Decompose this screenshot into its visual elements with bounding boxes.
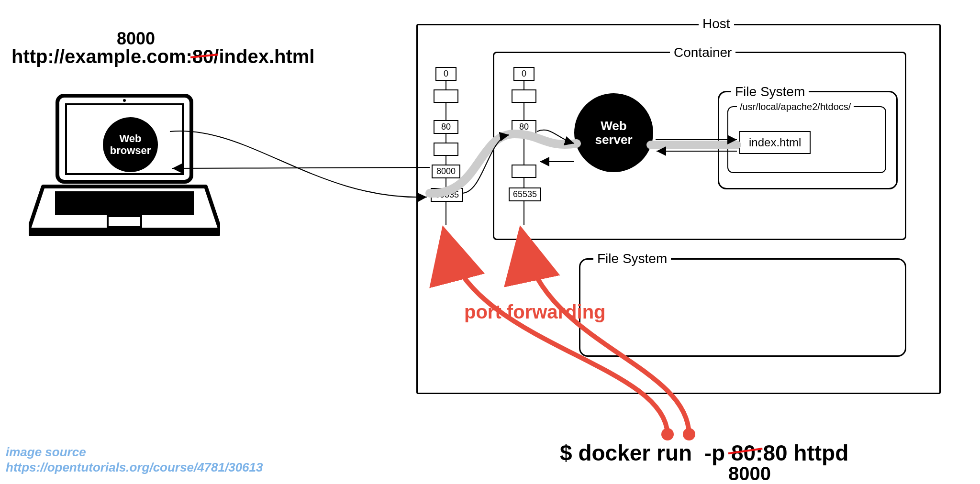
svg-point-7	[661, 428, 674, 440]
svg-rect-4	[29, 229, 220, 236]
host-port-0: 0	[435, 67, 457, 81]
svg-point-2	[123, 99, 126, 102]
web-browser-circle: Web browser	[103, 117, 158, 172]
port-forwarding-label: port forwarding	[464, 301, 606, 323]
url-line: 8000 http://example.com:80/index.html	[11, 29, 314, 67]
container-label: Container	[670, 45, 735, 60]
container-fs-label: File System	[731, 84, 809, 99]
svg-rect-5	[55, 191, 194, 215]
cmd-colon: :	[756, 440, 763, 465]
host-label: Host	[699, 16, 734, 32]
cmd-flag: -p	[704, 440, 731, 465]
docker-command: $ docker run -p 80:80 httpd 8000	[560, 440, 848, 484]
url-prefix: http://example.com:	[11, 46, 192, 67]
host-filesystem-box	[579, 258, 906, 357]
host-port-8000: 8000	[432, 165, 460, 178]
docroot-path: /usr/local/apache2/htdocs/	[737, 101, 854, 112]
cmd-cport: 80	[763, 440, 787, 465]
container-port-0: 0	[513, 67, 535, 81]
container-port-max: 65535	[509, 187, 541, 201]
index-file: index.html	[739, 131, 811, 154]
svg-marker-3	[29, 187, 220, 230]
web-server-circle: Web server	[574, 93, 653, 172]
watermark-line1: image source	[6, 445, 86, 460]
svg-rect-6	[108, 216, 141, 227]
host-port-column: 0 80 8000 65535	[431, 67, 461, 202]
cmd-run: docker run	[578, 440, 698, 465]
container-port-column: 0 80 65535	[509, 67, 539, 201]
svg-point-8	[683, 428, 695, 440]
host-fs-label: File System	[593, 251, 671, 266]
url-suffix: /index.html	[213, 46, 314, 67]
laptop-icon: Web browser	[29, 91, 220, 244]
host-port-80: 80	[434, 120, 458, 134]
cmd-prompt: $	[560, 440, 578, 465]
cmd-img: httpd	[788, 440, 849, 465]
watermark-line2: https://opentutorials.org/course/4781/30…	[6, 460, 263, 475]
host-port-max: 65535	[431, 188, 463, 202]
container-port-80: 80	[512, 120, 536, 134]
cmd-new-port: 8000	[728, 463, 848, 484]
